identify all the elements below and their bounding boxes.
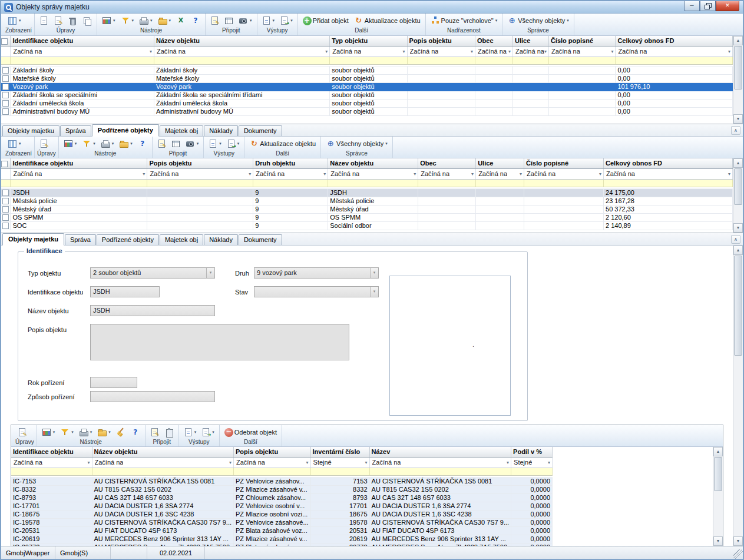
filter-edit-cell[interactable] [418,179,476,187]
scroll-up-button[interactable]: ▲ [733,246,743,255]
tab-majetek-obj[interactable]: Majetek obj [160,234,203,245]
select-all-checkbox[interactable] [1,161,8,167]
remove-object-button[interactable]: −Odebrat objekt [222,426,279,438]
tab-sprava[interactable]: Správa [60,125,91,136]
all-objects-button[interactable]: ⊕Všechny objekty▾ [505,15,571,26]
view-button[interactable]: ▾ [5,15,24,26]
column-header-popis-objektu[interactable]: Popis objektu [407,36,475,46]
table-row[interactable]: SOC9Sociální odbor2 140,89 [1,221,733,230]
update-object-button[interactable]: ↻Aktualizace objektu [247,138,318,150]
table-row[interactable]: Základní umělecká školaZákladní umělecká… [1,99,733,107]
filter-edit-cell[interactable] [475,57,513,64]
reports-folder-button[interactable]: ▾ [117,138,135,150]
filter-edit-cell[interactable] [328,179,418,187]
zpusob-porizeni-field[interactable] [90,391,215,402]
filter-edit-cell[interactable] [407,57,475,64]
column-header-identifikace-objektu[interactable]: Identifikace objektu [11,158,147,168]
typ-objektu-combo[interactable]: 2 soubor objektů ▾ [90,267,215,279]
table-row[interactable]: Administrativní budovy MÚAdministrativní… [1,107,733,115]
filter-select-nazev-objektu[interactable]: Začíná na▾ [92,458,234,468]
scroll-up-button[interactable]: ▲ [733,158,743,168]
help-button[interactable]: ? [135,138,150,150]
help-button[interactable]: ? [128,426,143,438]
copy-button[interactable] [80,15,94,26]
view-button[interactable]: ▾ [5,138,24,150]
edit-button[interactable] [37,138,51,150]
print-button[interactable]: ▾ [137,15,155,26]
children-grid-scrollbar[interactable]: ▲ ▼ [733,158,743,233]
column-header-popis-objektu[interactable]: Popis objektu [234,447,311,457]
column-header-nazev-objektu[interactable]: Název objektu [154,36,330,46]
reports-folder-button[interactable]: ▾ [95,426,113,438]
row-checkbox[interactable] [2,75,9,82]
filter-edit-cell[interactable] [330,57,407,64]
filter-select-obec[interactable]: Začíná na▾ [418,169,475,179]
table-row[interactable]: Základní školyZákladní školysoubor objek… [1,66,733,74]
column-header-celkovy-obnos-fd[interactable]: Celkový obnos FD [616,36,733,46]
tab-objekty-majetku[interactable]: Objekty majetku [2,125,59,136]
filter-edit-cell[interactable] [604,179,733,187]
filter-select-nazev-objektu[interactable]: Začíná na▾ [328,169,418,179]
column-header-podil-v[interactable]: Podíl v % [511,447,553,457]
report-button[interactable]: ▾ [260,15,277,26]
attach-clipboard-button[interactable] [162,426,176,438]
filter-select-nazev-objektu[interactable]: Začíná na▾ [154,47,329,57]
scroll-thumb[interactable] [734,46,742,90]
attach-note-button[interactable] [148,426,161,438]
table-row[interactable]: JSDH9JSDH24 175,00 [1,188,733,197]
edit-button[interactable] [15,426,29,438]
table-row[interactable]: Městský úřad9Městský úřad50 372,33 [1,205,733,213]
update-object-button[interactable]: ↻Aktualizace objektu [352,15,423,26]
scroll-thumb[interactable] [734,256,742,356]
table-row[interactable]: IC-20531AU FIAT DUCATO 4SP 6173PZ Blata … [11,526,553,535]
report-button[interactable]: ▾ [181,426,199,438]
tab-dokumenty[interactable]: Dokumenty [239,234,282,245]
edit-button[interactable] [51,15,65,26]
objects-grid-scrollbar[interactable]: ▲ ▼ [733,36,743,124]
add-object-button[interactable]: +Přidat objekt [300,15,351,26]
scroll-thumb[interactable] [714,457,722,491]
filter-select-typ-objektu[interactable]: Začíná na▾ [330,47,406,57]
scroll-down-button[interactable]: ▼ [713,536,723,546]
filter-select-ulice[interactable]: Začíná na▾ [476,169,524,179]
column-header-inventarni-cislo[interactable]: Inventární číslo [310,447,369,457]
filter-edit-cell[interactable] [154,57,330,64]
row-checkbox[interactable] [2,84,9,90]
column-header-druh-objektu[interactable]: Druh objektu [253,158,328,168]
page-scrollbar[interactable]: ▲ ▼ [733,246,743,546]
filter-select-popis-objektu[interactable]: Začíná na▾ [147,169,253,179]
column-header-celkovy-obnos-fd[interactable]: Celkový obnos FD [604,158,733,168]
table-row[interactable]: IC-19578AU CISTERNOVÁ STŘÍKAČKA CAS30 7S… [11,518,553,526]
scroll-up-button[interactable]: ▲ [733,36,743,45]
export-button[interactable]: ▾ [224,138,242,150]
attach-table-button[interactable] [222,15,236,26]
excel-button[interactable]: X [174,15,188,26]
restore-button[interactable] [700,1,716,11]
column-header-popis-objektu[interactable]: Popis objektu [147,158,253,168]
table-row[interactable]: IC-8332AU T815 CAS32 1S5 0202PZ Mlazice … [11,485,553,493]
print-button[interactable]: ▾ [77,426,95,438]
rok-porizeni-field[interactable] [90,377,137,388]
column-header-nazev-objektu[interactable]: Název objektu [328,158,418,168]
collapse-panel-button[interactable]: ∧ [731,235,740,244]
filter-select-celkovy-obnos-fd[interactable]: Začíná na▾ [604,169,732,179]
filter-edit-cell[interactable] [11,468,92,475]
grid-settings-button[interactable]: ▾ [39,426,58,438]
table-row[interactable]: Mateřské školyMateřské školysoubor objek… [1,74,733,82]
tab-podrizene-objekty[interactable]: Podřízené objekty [92,124,159,137]
table-row[interactable]: IC-20619AU MERCEDES Benz 906 Sprinter 31… [11,535,553,543]
identifikace-objektu-field[interactable]: JSDH [90,286,160,297]
report-button[interactable]: ▾ [206,138,224,150]
filter-edit-cell[interactable] [147,179,253,187]
filter-edit-cell[interactable] [548,57,615,64]
tab-objekty-majetku[interactable]: Objekty majetku [2,233,64,246]
print-button[interactable]: ▾ [98,138,117,150]
tab-dokumenty[interactable]: Dokumenty [239,125,282,136]
attach-photo-button[interactable]: ▾ [183,138,201,150]
filter-select-cislo-popisne[interactable]: Začíná na▾ [549,47,615,57]
titlebar[interactable]: Objekty správy majetku ─ ✕ [1,1,743,14]
nazev-objektu-field[interactable]: JSDH [90,305,215,316]
new-button[interactable] [37,15,51,26]
filter-select-inventarni-cislo[interactable]: Stejné▾ [311,458,369,468]
filter-edit-cell[interactable] [310,468,369,475]
